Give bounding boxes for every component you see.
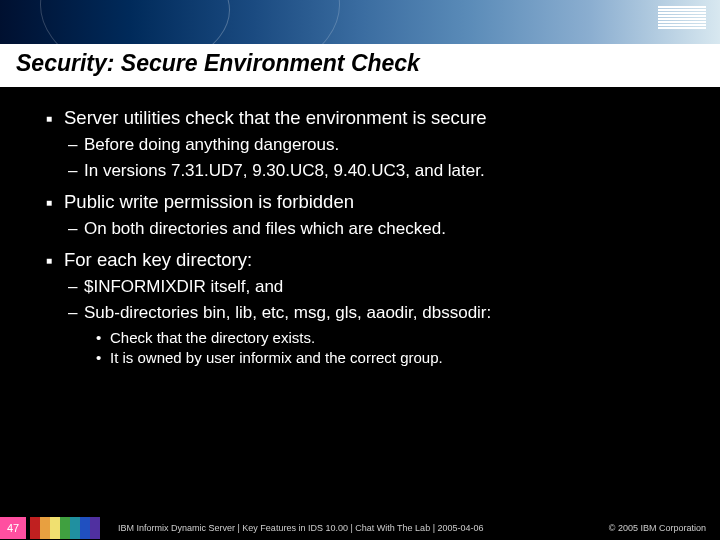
footer-color-stripes [30, 517, 100, 539]
bullet-level-2: $INFORMIXDIR itself, and [84, 277, 670, 297]
bullet-level-1: Public write permission is forbidden [64, 191, 670, 213]
title-bar: Security: Secure Environment Check [0, 44, 720, 87]
bullet-level-1: For each key directory: [64, 249, 670, 271]
slide-number: 47 [0, 517, 26, 539]
slide-title: Security: Secure Environment Check [16, 50, 704, 77]
bullet-level-2: In versions 7.31.UD7, 9.30.UC8, 9.40.UC3… [84, 161, 670, 181]
bullet-level-3: It is owned by user informix and the cor… [110, 349, 670, 366]
footer: 47 IBM Informix Dynamic Server | Key Fea… [0, 516, 720, 540]
slide-content: Server utilities check that the environm… [0, 87, 720, 366]
bullet-level-2: Before doing anything dangerous. [84, 135, 670, 155]
decorative-curve [40, 0, 340, 44]
footer-copyright: © 2005 IBM Corporation [609, 523, 720, 533]
top-banner [0, 0, 720, 44]
footer-text: IBM Informix Dynamic Server | Key Featur… [100, 523, 609, 533]
bullet-level-2: On both directories and files which are … [84, 219, 670, 239]
ibm-logo [658, 6, 706, 29]
bullet-level-3: Check that the directory exists. [110, 329, 670, 346]
bullet-level-1: Server utilities check that the environm… [64, 107, 670, 129]
bullet-level-2: Sub-directories bin, lib, etc, msg, gls,… [84, 303, 670, 323]
